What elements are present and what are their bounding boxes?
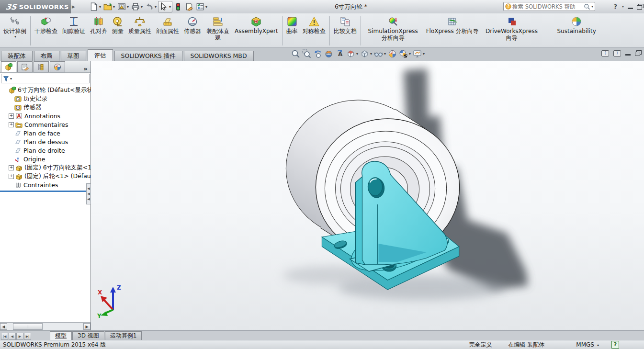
new-document-button[interactable]: ▾ <box>89 1 102 12</box>
tree-item-wheel-part[interactable]: + (固定) 后轮<1> (Défaut<< <box>0 172 90 180</box>
minimize-icon[interactable] <box>628 8 633 9</box>
measure-button[interactable]: 测量 <box>110 14 126 47</box>
tree-item-origine[interactable]: Origine <box>0 155 90 163</box>
hole-alignment-button[interactable]: 孔对齐 <box>88 14 110 47</box>
prev-tab-icon[interactable]: ◀ <box>9 333 16 340</box>
chevron-down-icon[interactable]: ▾ <box>591 4 593 9</box>
search-icon[interactable] <box>584 3 590 10</box>
scroll-right-icon[interactable]: ▶ <box>83 323 90 330</box>
last-tab-icon[interactable]: ▶| <box>24 333 31 340</box>
assembly-visualization-button[interactable]: 装配体直观 <box>203 14 232 47</box>
design-study-button[interactable]: 设计算例 ▾ <box>1 14 29 47</box>
curvature-button[interactable]: 曲率 <box>284 14 300 47</box>
hide-show-items-icon[interactable]: ▾ <box>374 49 386 58</box>
search-input[interactable] <box>511 3 584 11</box>
apply-scene-icon[interactable]: ▾ <box>399 49 411 58</box>
undo-button[interactable]: ▾ <box>144 1 158 12</box>
chevron-down-icon[interactable]: ▾ <box>423 52 425 56</box>
tree-item-plan-de-dessus[interactable]: Plan de dessus <box>0 137 90 146</box>
chevron-down-icon[interactable]: ▾ <box>205 5 207 9</box>
driveworksxpress-button[interactable]: DriveWorksXpress 向导 <box>481 14 542 47</box>
assemblyxpert-button[interactable]: AssemblyXpert <box>232 14 281 47</box>
floxpress-button[interactable]: FloXpress 分析向导 <box>424 14 481 47</box>
section-view-icon[interactable] <box>324 49 333 58</box>
tree-item-plan-de-face[interactable]: Plan de face <box>0 129 90 137</box>
view-settings-icon[interactable]: ▾ <box>413 49 425 58</box>
tab-propertymanager[interactable] <box>17 61 33 72</box>
logo-expand-icon[interactable]: ▶ <box>72 4 75 9</box>
chevron-down-icon[interactable]: ▾ <box>169 5 171 9</box>
clearance-verify-button[interactable]: 间隙验证 <box>60 14 88 47</box>
expand-icon[interactable]: + <box>9 174 14 179</box>
simulationxpress-button[interactable]: SimulationXpress 分析向导 <box>362 14 424 47</box>
collapse-right-pane-icon[interactable]: ⟩ <box>613 50 621 56</box>
edit-appearance-icon[interactable] <box>388 49 397 58</box>
sustainability-button[interactable]: Sustainability <box>555 14 599 47</box>
tree-item-history[interactable]: 历史记录 <box>0 94 90 103</box>
previous-view-icon[interactable] <box>313 49 322 58</box>
options-button[interactable]: ▾ <box>195 1 208 12</box>
tab-featuremanager[interactable] <box>1 61 16 72</box>
chevron-down-icon[interactable]: ▾ <box>356 52 358 56</box>
tab-motion-study-1[interactable]: 运动算例1 <box>105 331 142 340</box>
save-button[interactable]: ▾ <box>116 1 130 12</box>
interference-check-button[interactable]: 干涉检查 <box>32 14 60 47</box>
chevron-down-icon[interactable]: ▾ <box>384 52 386 56</box>
chevron-down-icon[interactable]: ▾ <box>14 34 16 39</box>
chevron-down-icon[interactable]: ▾ <box>622 4 624 9</box>
3d-drawing-view-icon[interactable] <box>335 49 344 58</box>
tab-3d-views[interactable]: 3D 视图 <box>72 331 104 340</box>
tab-configurationmanager[interactable] <box>34 61 49 72</box>
doc-minimize-icon[interactable] <box>625 54 631 56</box>
rebuild-button[interactable] <box>173 1 183 12</box>
section-properties-button[interactable]: 剖面属性 <box>154 14 181 47</box>
tree-item-root[interactable]: 6寸万向轮 (Défaut<显示状态- <box>0 86 90 94</box>
sensor-button[interactable]: 传感器 <box>181 14 203 47</box>
units-selector[interactable]: MMGS <box>574 341 596 348</box>
graphics-viewport[interactable]: Z X Y <box>91 61 644 330</box>
tab-layout[interactable]: 布局 <box>34 51 59 61</box>
mass-properties-button[interactable]: 质量属性 <box>126 14 154 47</box>
open-button[interactable]: ▾ <box>102 1 116 12</box>
status-help-icon[interactable]: ? <box>611 341 619 349</box>
tree-item-plan-de-droite[interactable]: Plan de droite <box>0 146 90 155</box>
chevron-down-icon[interactable]: ▾ <box>141 5 143 9</box>
help-icon[interactable]: ? <box>613 3 617 10</box>
restore-icon[interactable] <box>637 5 642 10</box>
chevron-down-icon[interactable]: ▾ <box>113 5 115 9</box>
scroll-left-icon[interactable]: ◀ <box>0 323 7 330</box>
panel-expand-icon[interactable]: » <box>82 65 90 72</box>
symmetry-check-button[interactable]: 对称检查 <box>300 14 328 47</box>
tab-model[interactable]: 模型 <box>50 331 72 340</box>
compare-documents-button[interactable]: 比较文档 <box>331 14 359 47</box>
tab-assembly[interactable]: 装配体 <box>1 51 33 61</box>
expand-icon[interactable]: + <box>9 122 14 127</box>
print-button[interactable]: ▾ <box>130 1 144 12</box>
expand-icon[interactable]: + <box>9 113 14 119</box>
tab-evaluate[interactable]: 评估 <box>88 49 113 61</box>
next-tab-icon[interactable]: ▶ <box>16 333 23 340</box>
tab-sketch[interactable]: 草图 <box>61 51 86 61</box>
tree-item-contraintes[interactable]: Contraintes <box>0 180 90 189</box>
zoom-to-fit-icon[interactable] <box>291 49 300 58</box>
chevron-down-icon[interactable]: ▾ <box>409 52 411 56</box>
caster-wheel-model[interactable] <box>91 61 644 330</box>
file-properties-button[interactable] <box>184 1 194 12</box>
tree-item-commentaires[interactable]: + Commentaires <box>0 120 90 129</box>
display-style-icon[interactable]: ▾ <box>360 49 372 58</box>
tree-filter[interactable]: ▾ <box>1 74 90 83</box>
panel-horizontal-scrollbar[interactable]: ◀ ▶ <box>0 322 90 330</box>
search-box[interactable]: ? ▾ <box>503 2 595 11</box>
expand-icon[interactable]: + <box>9 165 14 170</box>
tab-solidworks-addins[interactable]: SOLIDWORKS 插件 <box>114 51 182 61</box>
collapse-left-pane-icon[interactable]: ⟨ <box>601 50 609 56</box>
tab-solidworks-mbd[interactable]: SOLIDWORKS MBD <box>184 51 254 61</box>
zoom-to-area-icon[interactable] <box>302 49 311 58</box>
select-tool-button[interactable]: ▾ <box>158 1 172 12</box>
tab-displaymanager[interactable] <box>50 61 65 72</box>
scrollbar-thumb[interactable] <box>13 323 43 330</box>
chevron-down-icon[interactable]: ▾ <box>155 5 157 9</box>
view-orientation-icon[interactable]: ▾ <box>346 49 358 58</box>
chevron-down-icon[interactable]: ▾ <box>127 5 129 9</box>
chevron-down-icon[interactable]: ▾ <box>99 5 101 9</box>
